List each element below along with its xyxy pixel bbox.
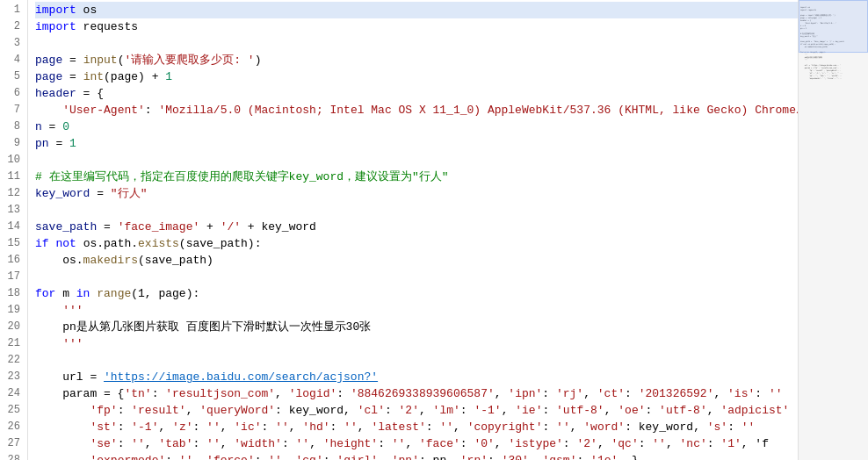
token-plain: ,: [289, 420, 303, 434]
code-line: pn = 1: [35, 135, 798, 152]
line-number: 5: [7, 68, 20, 85]
token-plain: ,: [275, 387, 289, 400]
line-number: 17: [7, 269, 20, 285]
token-plain: url =: [35, 370, 104, 384]
token-plain: pn是从第几张图片获取 百度图片下滑时默认一次性显示30张: [35, 320, 371, 334]
code-line: 'User-Agent': 'Mozilla/5.0 (Macintosh; I…: [35, 102, 798, 119]
token-plain: =: [97, 220, 117, 234]
token-plain: (save_path): [138, 254, 213, 267]
token-str: 'se': [90, 437, 117, 450]
token-var: key_word: [35, 187, 90, 200]
token-str: ''': [62, 304, 83, 317]
token-str: '1': [720, 437, 741, 450]
token-plain: ,: [597, 437, 611, 450]
line-number: 28: [7, 452, 20, 460]
token-num: 1: [69, 137, 76, 150]
token-str: '2': [576, 437, 597, 450]
token-str: 'word': [583, 420, 625, 434]
token-plain: ,: [453, 420, 467, 434]
token-str: 'istype': [508, 437, 562, 450]
token-plain: :: [145, 104, 159, 117]
code-line: n = 0: [35, 119, 798, 135]
token-num: 0: [62, 120, 69, 133]
token-plain: os.: [35, 254, 83, 267]
token-str: 'latest': [371, 420, 425, 434]
token-kw: import: [35, 4, 76, 17]
token-plain: [35, 420, 90, 434]
token-plain: =: [62, 54, 83, 67]
token-str: '30': [502, 454, 529, 460]
token-plain: =: [90, 187, 110, 200]
token-str: 'rn': [460, 454, 488, 460]
token-str: 'z': [172, 420, 192, 434]
token-str: 'force': [206, 454, 255, 460]
token-plain: , 'f: [741, 437, 769, 450]
token-plain: :: [707, 437, 721, 450]
token-str: 'face': [419, 437, 460, 450]
token-plain: =: [49, 137, 69, 150]
token-plain: requests: [76, 20, 138, 33]
token-plain: :: [488, 454, 502, 460]
token-plain: ,: [282, 454, 296, 460]
token-str: '': [652, 437, 666, 450]
line-number: 10: [7, 152, 20, 169]
token-str: '': [179, 454, 193, 460]
line-number: 27: [7, 435, 20, 452]
token-str: '': [769, 387, 783, 400]
code-content[interactable]: import osimport requests page = input('请…: [28, 0, 798, 460]
code-line: 'fp': 'result', 'queryWord': key_word, '…: [35, 402, 798, 419]
token-str: '': [206, 420, 221, 434]
token-plain: os: [76, 4, 97, 17]
token-str: 'oe': [618, 404, 645, 417]
token-plain: :: [460, 437, 474, 450]
token-plain: ,: [405, 437, 419, 450]
token-str: 'tn': [124, 387, 151, 400]
token-str: 'is': [727, 387, 755, 400]
code-line: 'se': '', 'tab': '', 'width': '', 'heigh…: [35, 435, 798, 452]
line-number: 14: [7, 219, 20, 235]
token-func: exists: [138, 237, 179, 250]
token-num: 1: [165, 70, 172, 83]
token-str: 'fp': [90, 404, 117, 417]
token-str: '0': [474, 437, 494, 450]
token-plain: :: [542, 387, 556, 400]
token-str: 'rj': [556, 387, 583, 400]
line-number: 3: [7, 35, 20, 52]
code-line: url = 'https://image.baidu.com/search/ac…: [35, 369, 798, 385]
token-plain: param = {: [35, 387, 124, 400]
line-number: 11: [7, 169, 20, 185]
code-line: [35, 269, 798, 285]
token-plain: :: [282, 437, 296, 450]
token-plain: (page) +: [104, 70, 165, 83]
code-line: param = {'tn': 'resultjson_com', 'logid'…: [35, 385, 798, 402]
token-plain: :: [323, 454, 337, 460]
token-str: "行人": [111, 187, 148, 200]
token-plain: + key_word: [241, 220, 316, 234]
code-line: import os: [35, 2, 798, 18]
token-str: 'lm': [433, 404, 460, 417]
token-plain: [35, 104, 62, 117]
token-str: '': [131, 437, 145, 450]
token-plain: ,: [221, 420, 235, 434]
token-str: 'hd': [302, 420, 329, 434]
token-plain: ,: [192, 454, 206, 460]
token-kw: not: [55, 237, 76, 250]
token-str: 'queryWord': [199, 404, 275, 417]
token-str: '201326592': [639, 387, 714, 400]
token-str: '': [206, 437, 221, 450]
token-plain: :: [330, 420, 344, 434]
token-func: input: [83, 54, 118, 67]
token-var: pn: [35, 137, 49, 150]
line-number: 6: [7, 85, 20, 102]
token-plain: =: [42, 120, 62, 133]
token-plain: os.path.: [76, 237, 138, 250]
token-plain: ,: [358, 420, 372, 434]
code-line: if not os.path.exists(save_path):: [35, 235, 798, 252]
token-str: 'st': [90, 420, 117, 434]
token-plain: : key_word,: [625, 420, 707, 434]
token-plain: :: [118, 420, 132, 434]
token-plain: :: [563, 437, 577, 450]
token-var: header: [35, 87, 76, 100]
token-plain: :: [576, 454, 590, 460]
code-line: os.makedirs(save_path): [35, 252, 798, 269]
